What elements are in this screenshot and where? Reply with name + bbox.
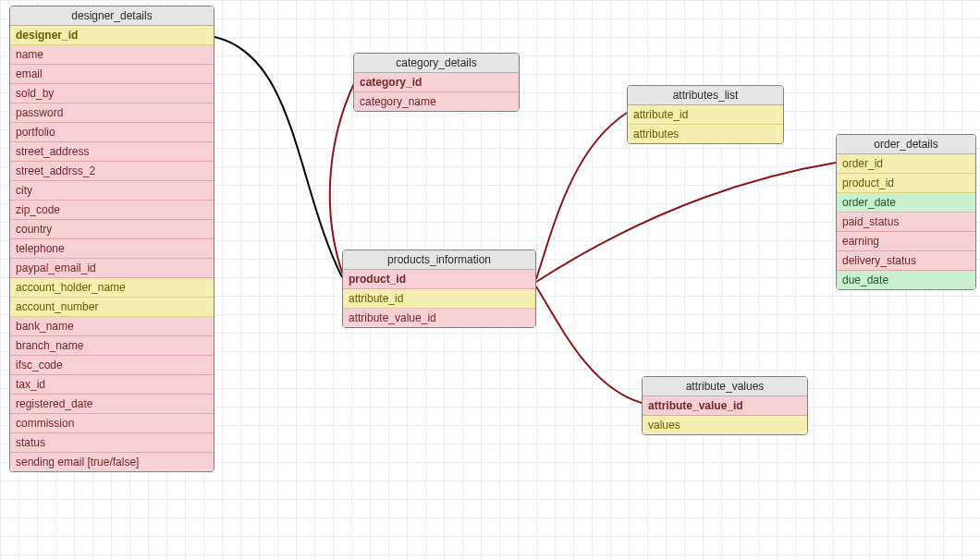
column-order-date[interactable]: order_date xyxy=(837,193,975,213)
table-header[interactable]: order_details xyxy=(837,135,975,154)
column-country[interactable]: country xyxy=(10,220,214,239)
edge-order-products xyxy=(536,163,836,282)
column-sending-email-true-false-[interactable]: sending email [true/false] xyxy=(10,453,214,471)
column-paid-status[interactable]: paid_status xyxy=(837,213,975,232)
table-header[interactable]: designer_details xyxy=(10,6,214,26)
table-order_details[interactable]: order_detailsorder_idproduct_idorder_dat… xyxy=(836,134,976,290)
table-header[interactable]: attributes_list xyxy=(628,86,783,105)
table-header[interactable]: attribute_values xyxy=(643,377,807,396)
column-product-id[interactable]: product_id xyxy=(837,174,975,193)
column-status[interactable]: status xyxy=(10,433,214,453)
column-product-id[interactable]: product_id xyxy=(343,270,535,289)
column-paypal-email-id[interactable]: paypal_email_id xyxy=(10,259,214,278)
column-registered-date[interactable]: registered_date xyxy=(10,395,214,414)
column-commission[interactable]: commission xyxy=(10,414,214,433)
column-password[interactable]: password xyxy=(10,103,214,123)
column-branch-name[interactable]: branch_name xyxy=(10,336,214,356)
column-email[interactable]: email xyxy=(10,65,214,84)
table-attribute_values[interactable]: attribute_valuesattribute_value_idvalues xyxy=(642,376,808,435)
column-designer-id[interactable]: designer_id xyxy=(10,26,214,45)
column-attribute-value-id[interactable]: attribute_value_id xyxy=(643,396,807,416)
table-header[interactable]: category_details xyxy=(354,54,519,73)
table-category_details[interactable]: category_detailscategory_idcategory_name xyxy=(353,53,520,112)
column-city[interactable]: city xyxy=(10,181,214,201)
column-earning[interactable]: earning xyxy=(837,232,975,251)
diagram-canvas[interactable]: designer_detailsdesigner_idnameemailsold… xyxy=(0,0,980,560)
table-products_information[interactable]: products_informationproduct_idattribute_… xyxy=(342,250,536,328)
column-zip-code[interactable]: zip_code xyxy=(10,201,214,220)
column-portfolio[interactable]: portfolio xyxy=(10,123,214,142)
column-account-number[interactable]: account_number xyxy=(10,298,214,317)
column-account-holder-name[interactable]: account_holder_name xyxy=(10,278,214,298)
column-ifsc-code[interactable]: ifsc_code xyxy=(10,356,214,375)
column-name[interactable]: name xyxy=(10,45,214,65)
edge-category-products xyxy=(330,81,355,277)
column-telephone[interactable]: telephone xyxy=(10,239,214,259)
table-header[interactable]: products_information xyxy=(343,250,535,270)
column-attribute-id[interactable]: attribute_id xyxy=(628,105,783,125)
column-sold-by[interactable]: sold_by xyxy=(10,84,214,103)
column-category-name[interactable]: category_name xyxy=(354,92,519,111)
column-attribute-value-id[interactable]: attribute_value_id xyxy=(343,309,535,327)
edge-designer-products xyxy=(214,37,342,277)
edge-attrvalues-products xyxy=(536,286,642,403)
column-bank-name[interactable]: bank_name xyxy=(10,317,214,336)
column-delivery-status[interactable]: delivery_status xyxy=(837,251,975,271)
column-attributes[interactable]: attributes xyxy=(628,125,783,143)
table-attributes_list[interactable]: attributes_listattribute_idattributes xyxy=(627,85,784,144)
column-tax-id[interactable]: tax_id xyxy=(10,375,214,395)
table-designer_details[interactable]: designer_detailsdesigner_idnameemailsold… xyxy=(9,6,214,472)
column-order-id[interactable]: order_id xyxy=(837,154,975,174)
column-due-date[interactable]: due_date xyxy=(837,271,975,289)
edge-attributes-products xyxy=(536,113,627,279)
column-values[interactable]: values xyxy=(643,416,807,434)
column-category-id[interactable]: category_id xyxy=(354,73,519,92)
column-attribute-id[interactable]: attribute_id xyxy=(343,289,535,309)
column-street-address[interactable]: street_address xyxy=(10,142,214,162)
column-street-addrss-2[interactable]: street_addrss_2 xyxy=(10,162,214,181)
